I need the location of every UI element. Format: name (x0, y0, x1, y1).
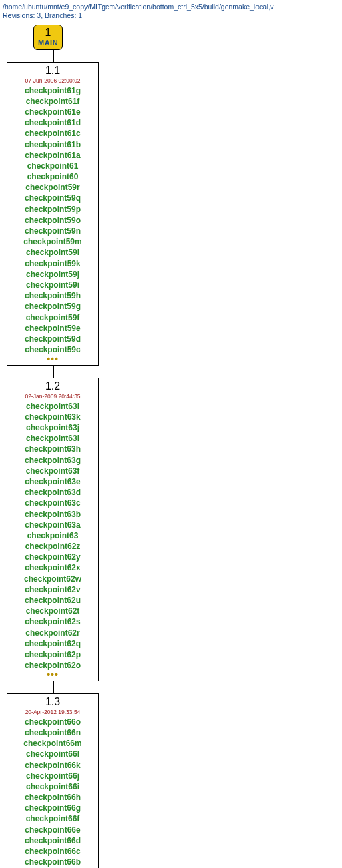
revision-tag: checkpoint59m (23, 236, 81, 247)
revision-tag: checkpoint62w (24, 574, 81, 584)
revision-tag: checkpoint59e (25, 323, 80, 334)
revision-date: 07-Jun-2006 02:00:02 (25, 77, 80, 84)
revision-tag: checkpoint59n (25, 226, 81, 236)
revision-tag: checkpoint62u (25, 595, 81, 606)
revision-tag: checkpoint61d (25, 117, 81, 128)
revision-summary: Revisions: 3, Branches: 1 (3, 11, 339, 19)
connector-line (53, 366, 54, 378)
more-tags-icon[interactable]: ••• (47, 672, 59, 677)
revision-tag: checkpoint66j (26, 771, 79, 781)
revision-date: 20-Apr-2012 19:33:54 (25, 709, 81, 715)
revision-tag: checkpoint63f (26, 466, 80, 476)
revision-number: 1.3 (45, 697, 60, 707)
revision-tag: checkpoint62x (25, 562, 80, 573)
revision-tag: checkpoint66i (26, 781, 79, 792)
revision-tag: checkpoint63j (26, 422, 79, 433)
revision-tag: checkpoint66e (25, 825, 80, 835)
revision-date: 02-Jan-2009 20:44:35 (25, 393, 80, 400)
revision-node[interactable]: 1.1 07-Jun-2006 02:00:02 checkpoint61g c… (7, 62, 99, 366)
revision-number: 1.2 (45, 381, 60, 392)
revision-tag: checkpoint61c (25, 128, 80, 139)
revision-tag: checkpoint63a (25, 520, 80, 530)
revision-tag: checkpoint60 (27, 171, 79, 182)
revision-tag: checkpoint59i (26, 280, 79, 290)
revision-tag: checkpoint63d (25, 487, 81, 498)
revision-tag: checkpoint59f (26, 312, 80, 323)
revision-tag: checkpoint62p (25, 649, 81, 660)
revision-tag: checkpoint59d (25, 334, 81, 344)
revision-tag: checkpoint63g (25, 455, 81, 466)
branch-number: 1 (45, 27, 51, 39)
revision-number: 1.1 (45, 65, 60, 76)
revision-tag: checkpoint62q (25, 638, 81, 649)
revision-node[interactable]: 1.2 02-Jan-2009 20:44:35 checkpoint63l c… (7, 378, 99, 681)
revision-tag: checkpoint66d (25, 835, 81, 846)
connector-line (53, 50, 54, 62)
revision-tag: checkpoint63 (27, 530, 79, 541)
revision-tag: checkpoint59p (25, 204, 81, 215)
revision-tag: checkpoint66f (26, 813, 80, 824)
revision-tag: checkpoint61b (25, 139, 81, 150)
revision-tag: checkpoint59o (25, 215, 81, 226)
revision-tag: checkpoint63l (26, 401, 79, 412)
revision-tag: checkpoint62t (26, 606, 80, 616)
revision-tag: checkpoint59j (26, 269, 79, 280)
branch-name: MAIN (38, 39, 58, 47)
file-path: /home/ubuntu/mnt/e9_copy/MITgcm/verifica… (3, 3, 339, 11)
revision-tag: checkpoint66g (25, 803, 81, 813)
revision-tag: checkpoint62z (25, 541, 81, 552)
revision-tag: checkpoint62y (25, 552, 80, 562)
revision-tag: checkpoint66m (23, 738, 81, 749)
revision-tag: checkpoint59g (25, 301, 81, 312)
revision-tag: checkpoint63k (25, 412, 80, 422)
revision-tag: checkpoint62s (25, 616, 80, 627)
revision-tag: checkpoint63c (25, 498, 80, 508)
revision-tag: checkpoint66k (25, 760, 80, 771)
revision-tag: checkpoint66l (26, 749, 79, 759)
revision-tag: checkpoint59k (25, 258, 80, 269)
revision-tag: checkpoint61g (25, 85, 81, 96)
revision-node[interactable]: 1.3 20-Apr-2012 19:33:54 checkpoint66o c… (7, 693, 99, 868)
revision-tag: checkpoint63b (25, 509, 81, 520)
revision-tag: checkpoint61 (27, 161, 79, 171)
revision-tag: checkpoint61f (26, 96, 80, 107)
revision-tag: checkpoint66n (25, 727, 81, 738)
revision-tag: checkpoint59h (25, 290, 81, 301)
revision-tree: 1 MAIN 1.1 07-Jun-2006 02:00:02 checkpoi… (7, 25, 339, 868)
revision-tag: checkpoint62r (25, 628, 79, 638)
revision-tag: checkpoint62v (25, 584, 80, 595)
connector-line (53, 681, 54, 693)
revision-tag: checkpoint66c (25, 846, 80, 857)
revision-tag: checkpoint59q (25, 193, 81, 203)
revision-tag: checkpoint63e (25, 476, 80, 487)
revision-tag: checkpoint61e (25, 107, 80, 117)
revision-tag: checkpoint63i (26, 433, 79, 444)
revision-tag: checkpoint59r (25, 182, 79, 193)
revision-tag: checkpoint66h (25, 792, 81, 803)
revision-tag: checkpoint61a (25, 150, 80, 161)
more-tags-icon[interactable]: ••• (47, 356, 59, 362)
revision-tag: checkpoint59l (26, 247, 79, 258)
branch-node[interactable]: 1 MAIN (33, 25, 63, 50)
revision-tag: checkpoint66o (25, 717, 81, 727)
revision-tag: checkpoint63h (25, 444, 81, 454)
revision-tag: checkpoint66b (25, 857, 81, 867)
